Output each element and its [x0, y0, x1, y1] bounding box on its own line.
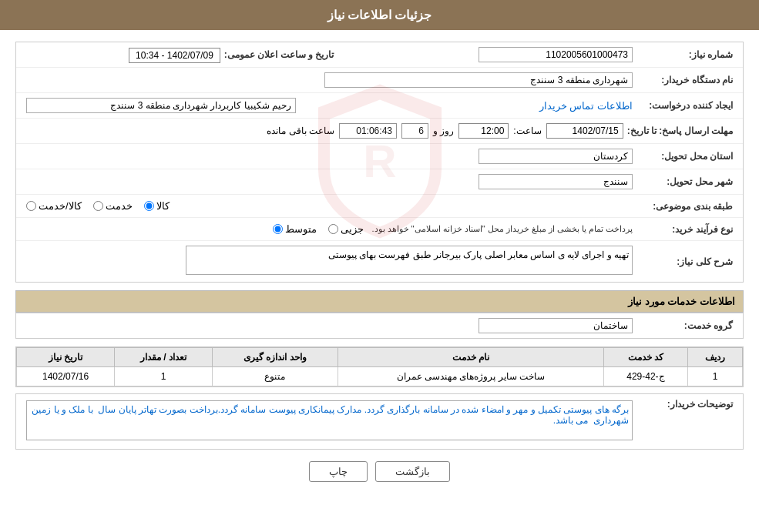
category-row: طبقه بندی موضوعی: کالا/خدمت خدمت کالا	[16, 195, 743, 218]
summary-row: شرح کلی نیاز: تهیه و اجرای لایه ی اساس م…	[16, 241, 743, 282]
col-code: کد خدمت	[603, 348, 687, 367]
summary-label: شرح کلی نیاز:	[636, 256, 737, 267]
creator-input[interactable]	[26, 98, 296, 113]
province-row: استان محل تحویل:	[16, 144, 743, 169]
table-row: 1 ج-42-429 ساخت سایر پروژه‌های مهندسی عم…	[17, 367, 743, 386]
province-input[interactable]	[479, 149, 633, 164]
page-title: جزئیات اطلاعات نیاز	[327, 8, 432, 22]
creator-row: ایجاد کننده درخواست: اطلاعات تماس خریدار	[16, 93, 743, 119]
need-number-label: شماره نیاز:	[636, 49, 737, 60]
row-date: 1402/07/16	[17, 367, 115, 386]
buyer-notes-row: توضیحات خریدار: برگه های پیوستی تکمیل و …	[16, 394, 743, 449]
contact-link[interactable]: اطلاعات تماس خریدار	[539, 100, 633, 112]
service-group-label: گروه خدمت:	[636, 320, 737, 331]
summary-textarea[interactable]: تهیه و اجرای لایه ی اساس معابر اصلی پارک…	[186, 246, 633, 275]
announce-value: 1402/07/09 - 10:34	[129, 48, 220, 63]
buyer-name-row: نام دستگاه خریدار:	[16, 68, 743, 93]
services-section-title: اطلاعات خدمات مورد نیاز	[15, 290, 744, 313]
deadline-time-input[interactable]	[458, 123, 509, 139]
page-header: جزئیات اطلاعات نیاز	[0, 0, 759, 30]
need-number-input[interactable]	[479, 47, 633, 62]
buyer-notes-label: توضیحات خریدار:	[636, 399, 737, 410]
process-radio-small[interactable]: جزیی	[328, 223, 364, 235]
row-index: 1	[688, 367, 743, 386]
col-date: تاریخ نیاز	[17, 348, 115, 367]
category-radio-goods-services[interactable]: کالا/خدمت	[26, 200, 82, 212]
deadline-days-input[interactable]	[401, 123, 428, 139]
city-row: شهر محل تحویل:	[16, 169, 743, 195]
deadline-row: مهلت ارسال پاسخ: تا تاریخ: ساعت: روز و س…	[16, 119, 743, 144]
col-qty: تعداد / مقدار	[115, 348, 213, 367]
deadline-days-label: روز و	[433, 125, 454, 136]
process-radio-medium[interactable]: متوسط	[273, 223, 317, 235]
row-code: ج-42-429	[603, 367, 687, 386]
category-radio-goods[interactable]: کالا	[144, 200, 170, 212]
category-label: طبقه بندی موضوعی:	[636, 201, 737, 212]
buyer-label: نام دستگاه خریدار:	[636, 75, 737, 85]
province-label: استان محل تحویل:	[636, 151, 737, 162]
back-button[interactable]: بازگشت	[375, 461, 450, 482]
process-radio-group: متوسط جزیی	[273, 223, 364, 235]
city-label: شهر محل تحویل:	[636, 176, 737, 187]
buyer-notes-textarea[interactable]: برگه های پیوستی تکمیل و مهر و امضاء شده …	[26, 400, 633, 440]
announce-label: تاریخ و ساعت اعلان عمومی:	[224, 49, 338, 60]
print-button[interactable]: چاپ	[309, 461, 368, 482]
process-label: نوع فرآیند خرید:	[636, 224, 737, 235]
deadline-remain-label: ساعت باقی مانده	[267, 125, 334, 136]
row-unit: متنوع	[213, 367, 338, 386]
need-number-row: شماره نیاز: تاریخ و ساعت اعلان عمومی: 14…	[16, 42, 743, 68]
creator-label: ایجاد کننده درخواست:	[636, 100, 737, 111]
services-table: ردیف کد خدمت نام خدمت واحد اندازه گیری ت…	[16, 347, 743, 386]
deadline-remain-input[interactable]	[339, 123, 397, 139]
service-group-input[interactable]	[479, 318, 633, 333]
deadline-time-label: ساعت:	[513, 125, 541, 136]
service-group-row: گروه خدمت:	[16, 313, 743, 338]
services-form: گروه خدمت:	[15, 313, 744, 339]
process-note: پرداخت تمام یا بخشی از مبلغ خریداز محل "…	[371, 224, 633, 234]
services-table-section: ردیف کد خدمت نام خدمت واحد اندازه گیری ت…	[15, 346, 744, 387]
row-qty: 1	[115, 367, 213, 386]
col-name: نام خدمت	[338, 348, 603, 367]
deadline-label: مهلت ارسال پاسخ: تا تاریخ:	[627, 125, 737, 136]
category-radio-service[interactable]: خدمت	[93, 200, 133, 212]
buyer-notes-section: توضیحات خریدار: برگه های پیوستی تکمیل و …	[15, 393, 744, 450]
deadline-date-input[interactable]	[546, 123, 623, 139]
row-name: ساخت سایر پروژه‌های مهندسی عمران	[338, 367, 603, 386]
main-form: R شماره نیاز: تاریخ و ساعت اعلان عمومی: …	[15, 42, 744, 283]
buyer-input[interactable]	[324, 72, 633, 88]
col-unit: واحد اندازه گیری	[213, 348, 338, 367]
city-input[interactable]	[479, 174, 633, 189]
col-index: ردیف	[688, 348, 743, 367]
process-row: نوع فرآیند خرید: پرداخت تمام یا بخشی از …	[16, 218, 743, 241]
bottom-buttons: بازگشت چاپ	[15, 461, 744, 482]
category-radio-group: کالا/خدمت خدمت کالا	[26, 200, 633, 212]
